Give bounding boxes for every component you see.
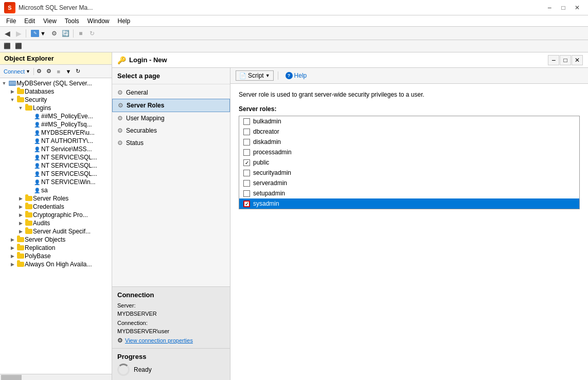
list-item[interactable]: 👤 NT AUTHORITY\... — [0, 137, 112, 145]
tree-polybase[interactable]: ▶ PolyBase — [0, 252, 112, 260]
list-item[interactable]: 👤 NT SERVICE\SQL... — [0, 161, 112, 170]
toolbar-btn-2[interactable]: 🔄 — [61, 28, 71, 39]
oe-stop-btn[interactable]: ■ — [54, 67, 63, 76]
progress-title: Progress — [117, 353, 225, 360]
help-button-label: Help — [294, 72, 307, 79]
connection-label: Connection: — [117, 320, 148, 326]
toolbar-disconnect[interactable]: ⬛ — [13, 42, 24, 51]
tree-audit-specs[interactable]: ▶ Server Audit Specif... — [0, 227, 112, 236]
login-item-label: MYDBSERVER\u... — [41, 129, 95, 136]
login-item-label: ##MS_PolicyEve... — [41, 113, 93, 120]
svg-rect-2 — [9, 83, 15, 83]
menu-view[interactable]: View — [39, 16, 61, 26]
dialog-minimize-button[interactable]: − — [548, 55, 559, 65]
role-diskadmin-label: diskadmin — [253, 138, 281, 146]
page-securables-label: Securables — [126, 127, 157, 134]
list-item[interactable]: 👤 NT Service\MSS... — [0, 145, 112, 153]
role-processadmin[interactable]: processadmin — [239, 147, 579, 157]
list-item[interactable]: 👤 NT SERVICE\SQL... — [0, 170, 112, 178]
login-item-label: NT AUTHORITY\... — [41, 137, 93, 144]
app-logo: S — [4, 2, 15, 13]
page-item-status[interactable]: ⚙ Status — [112, 137, 230, 149]
tree-replication[interactable]: ▶ Replication — [0, 244, 112, 252]
menu-tools[interactable]: Tools — [61, 16, 83, 26]
tree-audits[interactable]: ▶ Audits — [0, 219, 112, 227]
tree-crypto-label: Cryptographic Pro... — [33, 211, 88, 219]
list-item[interactable]: 👤 ##MS_PolicyTsq... — [0, 120, 112, 129]
tree-replication-label: Replication — [25, 244, 55, 251]
page-server-roles-label: Server Roles — [127, 102, 164, 109]
role-sysadmin[interactable]: ✓ sysadmin — [239, 198, 579, 209]
tree-logins[interactable]: ▼ Logins — [0, 104, 112, 112]
role-serveradmin[interactable]: serveradmin — [239, 178, 579, 188]
dialog-maximize-button[interactable]: □ — [560, 55, 571, 65]
page-status-label: Status — [126, 139, 144, 147]
object-explorer-title: Object Explorer — [0, 52, 112, 65]
connection-value: MYDBSERVER\user — [117, 328, 169, 334]
close-button[interactable]: ✕ — [571, 2, 584, 13]
toolbar-connect-db[interactable]: ⬛ — [2, 42, 12, 51]
page-item-user-mapping[interactable]: ⚙ User Mapping — [112, 112, 230, 124]
list-item[interactable]: 👤 sa — [0, 186, 112, 194]
script-button[interactable]: 📄 Script ▼ — [236, 70, 274, 81]
toolbar-stop[interactable]: ■ — [76, 28, 86, 39]
role-dbcreator[interactable]: dbcreator — [239, 126, 579, 137]
tree-always-on-label: Always On High Availa... — [25, 261, 92, 268]
page-item-server-roles[interactable]: ⚙ Server Roles — [112, 99, 230, 112]
tree-security-label: Security — [25, 96, 47, 103]
toolbar-new-query[interactable]: ✎ ▼ — [28, 29, 48, 38]
tree-credentials[interactable]: ▶ Credentials — [0, 203, 112, 211]
page-general-label: General — [126, 89, 148, 96]
login-item-label: NT SERVICE\Win... — [41, 178, 96, 186]
menu-help[interactable]: Help — [114, 16, 135, 26]
select-page-label: Select a page — [117, 72, 160, 80]
tree-polybase-label: PolyBase — [25, 252, 51, 260]
menu-window[interactable]: Window — [83, 16, 114, 26]
list-item[interactable]: 👤 MYDBSERVER\u... — [0, 129, 112, 137]
tree-databases[interactable]: ▶ Databases — [0, 87, 112, 96]
help-button[interactable]: ? Help — [282, 71, 310, 80]
list-item[interactable]: 👤 NT SERVICE\SQL... — [0, 153, 112, 161]
page-item-general[interactable]: ⚙ General — [112, 86, 230, 99]
login-item-label: NT SERVICE\SQL... — [41, 154, 97, 161]
list-item[interactable]: 👤 NT SERVICE\Win... — [0, 178, 112, 186]
toolbar-forward[interactable]: ▶ — [13, 28, 24, 39]
role-bulkadmin[interactable]: bulkadmin — [239, 116, 579, 126]
role-setupadmin[interactable]: setupadmin — [239, 188, 579, 198]
list-item[interactable]: 👤 ##MS_PolicyEve... — [0, 112, 112, 120]
tree-always-on[interactable]: ▶ Always On High Availa... — [0, 260, 112, 268]
oe-filter3-btn[interactable]: ▼ — [64, 67, 73, 76]
role-setupadmin-label: setupadmin — [253, 190, 285, 197]
page-item-securables[interactable]: ⚙ Securables — [112, 124, 230, 137]
select-page-header: Select a page — [112, 68, 230, 84]
minimize-button[interactable]: − — [543, 2, 556, 13]
login-item-label: ##MS_PolicyTsq... — [41, 121, 92, 128]
script-button-label: Script — [248, 72, 264, 79]
role-securityadmin[interactable]: securityadmin — [239, 168, 579, 178]
connection-title: Connection — [117, 291, 225, 299]
tree-server-objects[interactable]: ▶ Server Objects — [0, 236, 112, 244]
tree-server-roles[interactable]: ▶ Server Roles — [0, 194, 112, 203]
oe-filter2-btn[interactable]: ⚙ — [44, 67, 54, 76]
toolbar-btn-1[interactable]: ⚙ — [49, 28, 60, 39]
dialog-close-button[interactable]: ✕ — [572, 55, 583, 65]
tree-server[interactable]: ▼ MyDBServer (SQL Server... — [0, 79, 112, 87]
login-item-label: NT SERVICE\SQL... — [41, 170, 97, 177]
dialog-title-text: Login - New — [129, 56, 167, 64]
maximize-button[interactable]: □ — [557, 2, 570, 13]
toolbar-refresh[interactable]: ↻ — [87, 28, 97, 39]
role-public[interactable]: ✓ public — [239, 157, 579, 168]
view-props-link[interactable]: ⚙ View connection properties — [117, 337, 225, 344]
oe-connect-button[interactable]: Connect▼ — [1, 67, 33, 76]
tree-crypto[interactable]: ▶ Cryptographic Pro... — [0, 211, 112, 219]
oe-refresh-btn[interactable]: ↻ — [74, 67, 83, 76]
oe-filter-btn[interactable]: ⚙ — [34, 67, 44, 76]
role-securityadmin-label: securityadmin — [253, 169, 291, 176]
menu-file[interactable]: File — [2, 16, 20, 26]
tree-security[interactable]: ▼ Security — [0, 96, 112, 104]
menu-edit[interactable]: Edit — [20, 16, 39, 26]
horizontal-scrollbar[interactable] — [1, 375, 22, 380]
role-diskadmin[interactable]: diskadmin — [239, 137, 579, 147]
tree-server-roles-label: Server Roles — [33, 195, 68, 202]
toolbar-back[interactable]: ◀ — [2, 28, 12, 39]
